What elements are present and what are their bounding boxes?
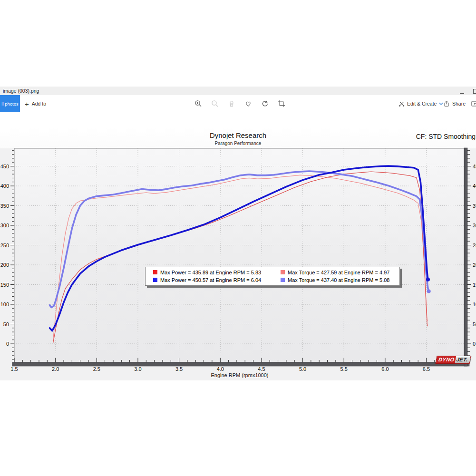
screen: image (003).png ll photos + Add to xyxy=(0,0,476,476)
minimize-icon xyxy=(460,93,464,94)
y-tick-label-left: 100 xyxy=(0,301,9,307)
x-tick-label: 5.5 xyxy=(340,366,348,372)
x-tick-label: 6.0 xyxy=(381,366,389,372)
legend-item: Max Torque = 427.59 at Engine RPM = 4.97 xyxy=(281,269,399,276)
x-tick-label: 4.5 xyxy=(258,366,265,372)
zoom-in-icon[interactable] xyxy=(194,100,202,107)
x-tick-label: 3.0 xyxy=(134,366,141,372)
legend-item: Max Torque = 437.40 at Engine RPM = 5.08 xyxy=(281,276,399,283)
y-tick-label-left: 50 xyxy=(3,321,9,327)
y-tick-label-right: 0 xyxy=(473,341,476,347)
window-titlebar: image (003).png xyxy=(0,87,476,95)
chart-title: Dynojet Research xyxy=(0,131,476,139)
y-tick-label-right: 450 xyxy=(473,164,476,169)
y-tick-label-left: 350 xyxy=(0,203,9,209)
dyno-plot: 1.52.02.53.03.54.04.55.05.56.06.50050501… xyxy=(14,148,476,380)
toolbar-center-icons xyxy=(194,95,285,112)
y-tick-label-left: 300 xyxy=(0,223,9,228)
plus-icon: + xyxy=(25,100,29,107)
y-tick-label-right: 250 xyxy=(473,243,476,248)
y-tick-label-right: 350 xyxy=(473,203,476,209)
window-title: image (003).png xyxy=(3,88,39,94)
dynojet-logo: DYNO JET. xyxy=(436,356,471,364)
toolbar: ll photos + Add to xyxy=(0,95,476,112)
y-tick-label-right: 200 xyxy=(473,262,476,268)
y-tick-label-left: 400 xyxy=(0,183,9,189)
chart-subtitle: Paragon Performance xyxy=(0,141,476,146)
share-label: Share xyxy=(452,101,466,107)
legend-label: Max Power = 435.89 at Engine RPM = 5.83 xyxy=(160,270,261,275)
x-tick-label: 1.5 xyxy=(10,366,18,372)
legend-swatch-periwinkle xyxy=(281,278,285,282)
y-tick-label-right: 100 xyxy=(473,301,476,307)
add-to-button[interactable]: + Add to xyxy=(25,95,46,112)
share-icon xyxy=(443,100,450,107)
all-photos-button[interactable]: ll photos xyxy=(0,95,20,112)
delete-icon[interactable] xyxy=(228,100,235,107)
chart-header: Dynojet Research Paragon Performance CF:… xyxy=(0,128,476,148)
y-tick-label-left: 250 xyxy=(0,243,9,248)
legend-label: Max Torque = 437.40 at Engine RPM = 5.08 xyxy=(288,277,389,283)
zoom-out-icon[interactable] xyxy=(211,100,219,107)
x-axis-title: Engine RPM (rpmx1000) xyxy=(211,372,268,378)
y-tick-label-left: 450 xyxy=(0,164,9,169)
x-tick-label: 5.0 xyxy=(299,366,306,372)
x-tick-label: 6.5 xyxy=(423,366,430,372)
minimize-button[interactable] xyxy=(456,87,468,95)
legend-item: Max Power = 435.89 at Engine RPM = 5.83 xyxy=(153,269,281,276)
y-tick-label-left: 0 xyxy=(6,341,9,347)
favorite-heart-icon[interactable] xyxy=(244,100,252,107)
legend-swatch-pink xyxy=(281,270,285,274)
series-end-dot-power-run2-blue xyxy=(426,278,430,282)
legend-swatch-blue xyxy=(153,278,157,282)
slideshow-icon xyxy=(471,100,476,107)
add-to-label: Add to xyxy=(32,101,46,107)
edit-create-button[interactable]: Edit & Create xyxy=(398,95,443,112)
y-axis-bar-right xyxy=(464,148,467,366)
share-button[interactable]: Share xyxy=(443,95,466,112)
series-end-dot-torque-run2-periwinkle xyxy=(427,290,431,293)
y-tick-label-right: 400 xyxy=(473,183,476,189)
legend-label: Max Power = 450.57 at Engine RPM = 6.04 xyxy=(160,277,261,283)
x-axis-bar xyxy=(12,362,469,366)
edit-create-icon xyxy=(398,101,405,107)
maximize-button[interactable] xyxy=(473,89,476,94)
crop-icon[interactable] xyxy=(278,100,285,107)
dynojet-logo-left: DYNO xyxy=(436,356,456,363)
correction-factor-label: CF: STD Smoothing xyxy=(416,133,476,140)
x-tick-label: 2.5 xyxy=(93,366,100,372)
y-tick-label-right: 50 xyxy=(473,321,476,327)
chart-legend: Max Power = 435.89 at Engine RPM = 5.83 … xyxy=(145,267,400,286)
dynojet-logo-right: JET. xyxy=(455,356,470,363)
plot-background xyxy=(14,148,465,362)
x-tick-label: 3.5 xyxy=(175,366,183,372)
photo-canvas[interactable]: Dynojet Research Paragon Performance CF:… xyxy=(0,128,476,380)
x-tick-label: 2.0 xyxy=(52,366,59,372)
legend-item: Max Power = 450.57 at Engine RPM = 6.04 xyxy=(153,276,281,283)
legend-swatch-red xyxy=(153,270,157,274)
y-tick-label-right: 300 xyxy=(473,223,476,228)
slideshow-button[interactable] xyxy=(471,95,476,112)
y-tick-label-left: 150 xyxy=(0,282,9,288)
edit-create-label: Edit & Create xyxy=(407,101,437,107)
all-photos-label: ll photos xyxy=(1,101,18,107)
y-tick-label-right: 150 xyxy=(473,282,476,288)
y-tick-label-left: 200 xyxy=(0,262,9,268)
legend-label: Max Torque = 427.59 at Engine RPM = 4.97 xyxy=(288,270,389,275)
rotate-icon[interactable] xyxy=(261,100,269,107)
x-tick-label: 4.0 xyxy=(217,366,224,372)
